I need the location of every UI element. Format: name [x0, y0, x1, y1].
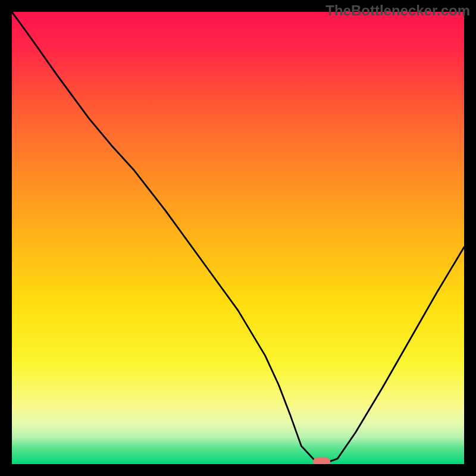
chart-container: TheBottlenecker.com — [0, 0, 476, 476]
optimal-marker — [313, 458, 330, 464]
watermark-text: TheBottlenecker.com — [325, 2, 470, 19]
chart-svg — [12, 12, 464, 464]
plot-area — [12, 12, 464, 464]
gradient-background — [12, 12, 464, 464]
